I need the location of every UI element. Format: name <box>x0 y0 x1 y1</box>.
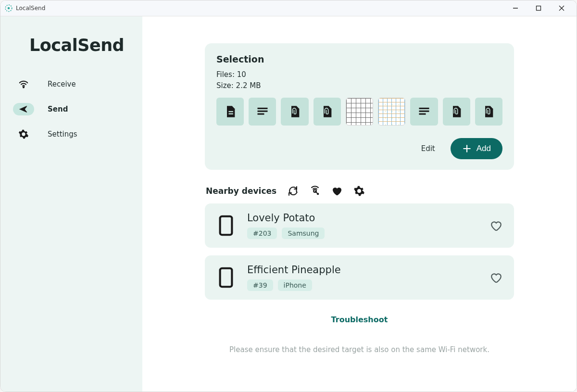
main-content: Selection Files: 10 Size: 2.2 MB Edit Ad… <box>142 16 577 392</box>
refresh-button[interactable] <box>287 185 299 197</box>
favorite-device-button[interactable] <box>489 270 503 285</box>
file-thumbnail[interactable] <box>410 98 438 126</box>
nav: Receive Send Settings <box>0 72 142 146</box>
attach-icon <box>320 105 334 118</box>
scan-button[interactable] <box>309 185 321 197</box>
image-thumbnail-icon <box>378 98 405 125</box>
sidebar-item-label: Send <box>48 105 68 114</box>
attach-icon <box>450 105 463 118</box>
gear-icon <box>353 185 365 197</box>
window-title: LocalSend <box>16 5 45 12</box>
svg-rect-13 <box>419 111 429 112</box>
svg-rect-10 <box>257 111 267 112</box>
heart-outline-icon <box>490 219 502 232</box>
device-platform-chip: Samsung <box>282 228 325 239</box>
close-button[interactable] <box>551 1 573 15</box>
file-thumbnail[interactable] <box>475 98 502 126</box>
device-code-chip: #203 <box>247 228 277 239</box>
file-thumbnail[interactable] <box>443 98 470 126</box>
radar-icon <box>309 185 321 197</box>
svg-rect-8 <box>228 114 233 114</box>
svg-rect-9 <box>257 108 267 109</box>
troubleshoot-link[interactable]: Troubleshoot <box>205 315 514 324</box>
favorites-button[interactable] <box>331 185 343 197</box>
file-thumbnail[interactable] <box>346 98 373 126</box>
selection-size: Size: 2.2 MB <box>216 80 502 91</box>
sidebar-item-settings[interactable]: Settings <box>9 122 142 146</box>
minimize-icon <box>513 5 518 11</box>
send-icon <box>13 103 34 115</box>
add-button[interactable]: Add <box>451 138 502 159</box>
nearby-title: Nearby devices <box>206 186 276 196</box>
device-code-chip: #39 <box>247 279 273 291</box>
edit-button[interactable]: Edit <box>416 141 440 156</box>
selection-card: Selection Files: 10 Size: 2.2 MB Edit Ad… <box>205 43 514 170</box>
svg-point-6 <box>23 87 24 88</box>
device-name: Lovely Potato <box>247 212 478 224</box>
gear-icon <box>13 128 34 140</box>
nearby-header: Nearby devices <box>205 185 514 197</box>
sidebar-item-label: Receive <box>48 80 76 89</box>
file-thumbnail[interactable] <box>378 98 405 126</box>
file-thumbnail[interactable] <box>216 98 244 126</box>
svg-rect-12 <box>419 108 429 109</box>
titlebar: LocalSend <box>0 0 577 16</box>
image-thumbnail-icon <box>346 98 373 125</box>
wifi-icon <box>13 78 34 90</box>
heart-outline-icon <box>490 271 502 284</box>
svg-point-1 <box>8 7 10 10</box>
doc-icon <box>224 105 237 118</box>
file-thumbnail[interactable] <box>249 98 276 126</box>
svg-rect-19 <box>220 216 232 235</box>
maximize-icon <box>536 5 541 11</box>
window-controls <box>504 1 573 15</box>
device-name: Efficient Pineapple <box>247 264 478 276</box>
phone-icon <box>215 267 237 288</box>
text-icon <box>256 105 269 118</box>
svg-rect-20 <box>220 268 232 287</box>
heart-icon <box>331 185 343 197</box>
svg-rect-14 <box>419 114 426 115</box>
device-platform-chip: iPhone <box>278 279 312 291</box>
attach-icon <box>288 105 301 118</box>
minimize-button[interactable] <box>504 1 527 15</box>
phone-icon <box>215 215 237 236</box>
sidebar-item-send[interactable]: Send <box>9 97 142 121</box>
device-row[interactable]: Efficient Pineapple #39 iPhone <box>205 255 514 300</box>
app-icon <box>4 4 13 13</box>
device-list: Lovely Potato #203 Samsung Efficient Pin… <box>205 203 514 300</box>
selection-title: Selection <box>216 54 502 64</box>
add-button-label: Add <box>477 144 491 153</box>
sidebar-item-label: Settings <box>48 130 77 139</box>
app-window: LocalSend LocalSend <box>0 0 577 392</box>
text-icon <box>417 105 431 118</box>
svg-rect-7 <box>228 111 233 112</box>
favorite-device-button[interactable] <box>489 218 503 233</box>
sidebar-item-receive[interactable]: Receive <box>9 72 142 96</box>
device-row[interactable]: Lovely Potato #203 Samsung <box>205 203 514 248</box>
nearby-settings-button[interactable] <box>353 185 365 197</box>
refresh-icon <box>287 185 299 197</box>
svg-rect-3 <box>537 6 541 11</box>
selection-files: Files: 10 <box>216 69 502 80</box>
selection-thumbnails <box>216 98 502 126</box>
maximize-button[interactable] <box>527 1 550 15</box>
close-icon <box>559 5 564 11</box>
svg-rect-11 <box>257 114 264 115</box>
file-thumbnail[interactable] <box>314 98 341 126</box>
attach-icon <box>482 105 495 118</box>
sidebar: LocalSend Receive Send <box>0 16 142 392</box>
network-hint: Please ensure that the desired target is… <box>205 345 514 354</box>
brand: LocalSend <box>0 36 142 72</box>
plus-icon <box>462 144 472 153</box>
file-thumbnail[interactable] <box>281 98 308 126</box>
